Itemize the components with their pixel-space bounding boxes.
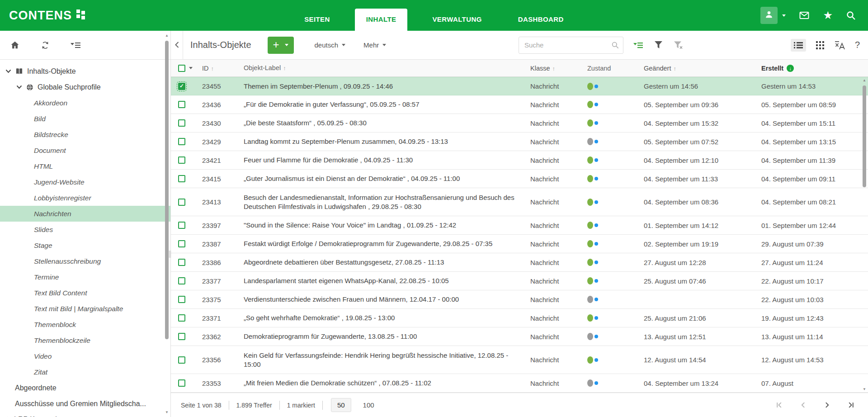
row-checkbox[interactable]	[178, 333, 185, 340]
row-checkbox[interactable]	[178, 83, 185, 90]
chevron-down-icon[interactable]	[5, 69, 11, 73]
sidebar-item-text-bild-content[interactable]: Text Bild Content	[0, 285, 170, 301]
help-icon[interactable]: ?	[855, 40, 860, 50]
sidebar-item-akkordeon[interactable]: Akkordeon	[0, 95, 170, 111]
row-checkbox[interactable]	[178, 277, 185, 284]
refresh-icon[interactable]	[41, 41, 50, 50]
column-header-klasse[interactable]: Klasse↑	[530, 65, 587, 72]
row-checkbox[interactable]	[178, 101, 185, 108]
user-avatar-button[interactable]	[760, 7, 778, 24]
row-object-label[interactable]: Demokratieprogramm für Zugewanderte, 13.…	[244, 332, 530, 341]
sidebar-item-themenblock[interactable]: Themenblock	[0, 317, 170, 332]
table-row[interactable]: 23356 Kein Geld für Verfassungsfeinde: H…	[171, 346, 868, 374]
sidebar-item-text-mit-bild-marginalspalte[interactable]: Text mit Bild | Marginalspalte	[0, 301, 170, 317]
sidebar-item-termine[interactable]: Termine	[0, 269, 170, 285]
list-view-icon[interactable]	[791, 39, 806, 52]
column-header-objekt-label[interactable]: Objekt-Label↑	[244, 63, 530, 73]
sidebar-item-lrp-kategorien[interactable]: LRP Kategorien	[0, 412, 170, 417]
first-page-icon[interactable]	[776, 402, 783, 408]
row-object-label[interactable]: „Die beste Staatsform“ , 05.09.25 - 08:3…	[244, 118, 530, 128]
table-row[interactable]: 23387 Festakt würdigt Erfolge / Demokrat…	[171, 235, 868, 253]
select-all-checkbox[interactable]	[178, 65, 185, 72]
row-object-label[interactable]: Verdienstunterschiede zwischen Frauen un…	[244, 295, 530, 304]
sidebar-item-nachrichten[interactable]: Nachrichten	[0, 206, 170, 222]
tab-dashboard[interactable]: DASHBOARD	[507, 9, 575, 31]
row-checkbox[interactable]	[178, 199, 185, 206]
sidebar-scrollbar-thumb[interactable]	[165, 41, 169, 339]
tree-config-icon[interactable]	[71, 42, 80, 49]
scroll-up-icon[interactable]: ▲	[862, 78, 867, 82]
sidebar-scrollbar[interactable]: ▲ ▼	[164, 33, 170, 414]
row-checkbox[interactable]	[178, 138, 185, 145]
search-icon[interactable]	[611, 41, 619, 51]
add-object-button[interactable]: +	[268, 37, 294, 54]
sidebar-item-slides[interactable]: Slides	[0, 222, 170, 237]
row-object-label[interactable]: Festakt würdigt Erfolge / Demokratieprog…	[244, 239, 530, 248]
sidebar-item-jugend-website[interactable]: Jugend-Website	[0, 174, 170, 190]
prev-page-icon[interactable]	[800, 402, 807, 408]
collapse-sidebar-button[interactable]	[171, 31, 183, 60]
row-checkbox[interactable]	[178, 240, 185, 247]
row-object-label[interactable]: Kein Geld für Verfassungsfeinde: Hendrik…	[244, 351, 530, 369]
row-object-label[interactable]: Besuch der Landesmedienanstalt, Informat…	[244, 193, 530, 211]
row-checkbox[interactable]	[178, 379, 185, 387]
sidebar-item-globale-suchprofile[interactable]: Globale Suchprofile	[0, 79, 170, 95]
row-checkbox[interactable]	[178, 314, 185, 322]
sidebar-item-abgeordnete[interactable]: Abgeordnete	[0, 380, 170, 396]
last-page-icon[interactable]	[848, 402, 854, 408]
page-size-50-button[interactable]: 50	[331, 398, 351, 412]
row-object-label[interactable]: "Sound in the Silence: Raise Your Voice"…	[244, 221, 530, 230]
language-dropdown[interactable]: deutsch	[315, 41, 346, 49]
table-row[interactable]: 23436 „Für die Demokratie in guter Verfa…	[171, 95, 868, 114]
home-icon[interactable]	[10, 40, 20, 50]
column-header-zustand[interactable]: Zustand	[587, 65, 644, 72]
favorites-star-icon[interactable]: ★	[823, 10, 833, 21]
table-row[interactable]: 23377 Landesparlament startet eigenen Wh…	[171, 272, 868, 290]
row-object-label[interactable]: „So geht wehrhafte Demokratie“ , 19.08.2…	[244, 313, 530, 322]
search-input[interactable]	[519, 37, 623, 54]
row-object-label[interactable]: „Mit freien Medien die Demokratie schütz…	[244, 379, 530, 388]
row-checkbox[interactable]	[178, 259, 185, 266]
row-checkbox[interactable]	[178, 296, 185, 303]
table-row[interactable]: 23415 „Guter Journalismus ist ein Dienst…	[171, 170, 868, 188]
scroll-up-icon[interactable]: ▲	[164, 33, 170, 38]
table-row[interactable]: 23371 „So geht wehrhafte Demokratie“ , 1…	[171, 309, 868, 327]
sidebar-item-bild[interactable]: Bild	[0, 111, 170, 127]
table-row[interactable]: 23455 Themen im September-Plenum , 09.09…	[171, 77, 868, 95]
table-scrollbar[interactable]: ▲ ▼	[862, 78, 867, 391]
row-object-label[interactable]: Feuer und Flamme für die Demokratie , 04…	[244, 156, 530, 165]
sidebar-item-stage[interactable]: Stage	[0, 237, 170, 253]
tab-inhalte[interactable]: INHALTE	[355, 9, 408, 31]
sidebar-item-themenblockzeile[interactable]: Themenblockzeile	[0, 332, 170, 348]
row-object-label[interactable]: „Guter Journalismus ist ein Dienst an de…	[244, 174, 530, 183]
table-row[interactable]: 23397 "Sound in the Silence: Raise Your …	[171, 216, 868, 235]
tab-verwaltung[interactable]: VERWALTUNG	[421, 9, 493, 31]
row-object-label[interactable]: Abgeordnete debattieren über Bestattungs…	[244, 258, 530, 267]
select-menu-caret-icon[interactable]	[189, 67, 193, 69]
column-header-geaendert[interactable]: Geändert↑	[644, 65, 761, 72]
sidebar-item-bildstrecke[interactable]: Bildstrecke	[0, 127, 170, 142]
row-checkbox[interactable]	[178, 175, 185, 182]
row-checkbox[interactable]	[178, 156, 185, 164]
row-checkbox[interactable]	[178, 222, 185, 229]
add-menu-caret-icon[interactable]	[285, 44, 288, 46]
more-dropdown[interactable]: Mehr	[363, 41, 386, 49]
sidebar-item-lobbyistenregister[interactable]: Lobbyistenregister	[0, 190, 170, 206]
chevron-down-icon[interactable]	[16, 85, 22, 89]
table-scrollbar-thumb[interactable]	[863, 85, 866, 187]
table-row[interactable]: 23429 Landtag kommt zu September-Plenum …	[171, 133, 868, 151]
sidebar-item-zitat[interactable]: Zitat	[0, 364, 170, 380]
table-row[interactable]: 23386 Abgeordnete debattieren über Besta…	[171, 253, 868, 272]
mail-icon[interactable]	[798, 10, 810, 21]
sidebar-item-ausschüsse-und-gremien-mitgliedscha[interactable]: Ausschüsse und Gremien Mitgliedscha...	[0, 396, 170, 412]
sidebar-item-inhalts-objekte[interactable]: Inhalts-Objekte	[0, 63, 170, 79]
scroll-down-icon[interactable]: ▼	[164, 410, 170, 414]
translate-icon[interactable]	[834, 41, 845, 50]
next-page-icon[interactable]	[824, 402, 830, 408]
tab-seiten[interactable]: SEITEN	[293, 9, 341, 31]
table-row[interactable]: 23362 Demokratieprogramm für Zugewandert…	[171, 327, 868, 346]
saved-search-icon[interactable]	[633, 42, 643, 49]
table-row[interactable]: 23375 Verdienstunterschiede zwischen Fra…	[171, 290, 868, 309]
row-object-label[interactable]: Landesparlament startet eigenen WhatsApp…	[244, 276, 530, 285]
row-checkbox[interactable]	[178, 119, 185, 127]
